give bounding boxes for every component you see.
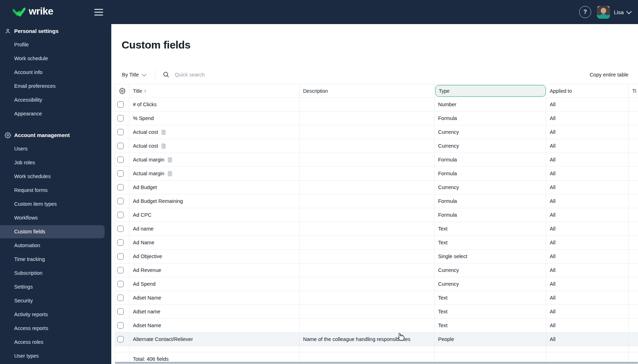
table-row[interactable]: Ad Spend Currency All [115, 277, 638, 291]
field-type-cell[interactable]: Formula [435, 194, 546, 208]
field-type-cell[interactable]: Currency [435, 139, 546, 153]
hamburger-menu-icon[interactable] [94, 8, 104, 16]
field-type-cell[interactable]: Formula [435, 112, 546, 125]
field-title-cell[interactable]: Alternate Contact/Reliever [129, 332, 300, 346]
row-checkbox[interactable] [117, 295, 124, 301]
sidebar-item-work-schedule[interactable]: Work schedule [0, 52, 111, 66]
field-type-cell[interactable]: Formula [435, 167, 546, 181]
table-row[interactable]: Actual margin Formula All [115, 153, 638, 167]
field-type-cell[interactable]: People [435, 332, 546, 346]
table-row[interactable]: Adset name Text All [115, 305, 638, 319]
table-row[interactable]: Adset Name Text All [115, 291, 638, 305]
field-description-cell[interactable] [300, 250, 435, 263]
horizontal-scrollbar[interactable] [115, 362, 638, 364]
wrike-logo[interactable]: wrike [13, 0, 53, 24]
field-description-cell[interactable] [300, 222, 435, 236]
field-description-cell[interactable] [300, 291, 435, 305]
table-row[interactable]: Actual margin Formula All [115, 167, 638, 181]
table-row[interactable]: Actual cost Currency All [115, 125, 638, 139]
sidebar-item-profile[interactable]: Profile [0, 38, 111, 52]
field-applied-to-cell[interactable]: All [546, 153, 629, 167]
copy-entire-table-button[interactable]: Copy entire table [589, 68, 628, 82]
field-applied-to-cell[interactable]: All [546, 332, 629, 346]
row-checkbox[interactable] [117, 253, 124, 260]
table-row[interactable]: Ad CPC Formula All [115, 208, 638, 222]
field-applied-to-cell[interactable]: All [546, 222, 629, 236]
field-description-cell[interactable] [300, 194, 435, 208]
row-checkbox[interactable] [117, 101, 124, 108]
field-title-cell[interactable]: Ad Budget [129, 181, 300, 194]
field-applied-to-cell[interactable]: All [546, 194, 629, 208]
table-settings-gear-button[interactable] [115, 84, 129, 98]
field-description-cell[interactable] [300, 153, 435, 167]
field-applied-to-cell[interactable]: All [546, 263, 629, 277]
field-description-cell[interactable] [300, 305, 435, 319]
field-applied-to-cell[interactable]: All [546, 181, 629, 194]
field-title-cell[interactable]: Actual cost [129, 139, 300, 153]
field-title-cell[interactable]: Adset Name [129, 319, 300, 332]
field-title-cell[interactable]: Ad Revenue [129, 263, 300, 277]
table-row[interactable]: Ad Revenue Currency All [115, 263, 638, 277]
sort-by-dropdown[interactable]: By Title [122, 68, 146, 82]
table-row[interactable]: # of Clicks Number All [115, 98, 638, 112]
row-checkbox[interactable] [117, 336, 124, 342]
row-checkbox[interactable] [117, 281, 124, 287]
sidebar-item-request-forms[interactable]: Request forms [0, 183, 111, 197]
row-checkbox[interactable] [117, 170, 124, 177]
field-description-cell[interactable]: Name of the colleague handling responsib… [300, 332, 435, 346]
sidebar-item-work-schedules[interactable]: Work schedules [0, 170, 111, 183]
field-description-cell[interactable] [300, 98, 435, 112]
field-type-cell[interactable]: Currency [435, 181, 546, 194]
field-title-cell[interactable]: Adset Name [129, 291, 300, 305]
row-checkbox[interactable] [117, 267, 124, 273]
field-title-cell[interactable]: Ad name [129, 222, 300, 236]
sidebar-item-custom-fields[interactable]: Custom fields [0, 225, 111, 239]
field-title-cell[interactable]: Actual margin [129, 153, 300, 167]
sidebar-item-security[interactable]: Security [0, 294, 111, 308]
sidebar-item-job-roles[interactable]: Job roles [0, 156, 111, 170]
field-title-cell[interactable]: Ad Objective [129, 250, 300, 263]
sidebar-item-subscription[interactable]: Subscription [0, 266, 111, 280]
field-applied-to-cell[interactable]: All [546, 277, 629, 291]
row-checkbox[interactable] [117, 212, 124, 218]
type-column-highlight[interactable]: Type [435, 85, 546, 97]
user-menu[interactable]: Lisa [614, 0, 631, 24]
column-header-partial[interactable]: Ti [629, 84, 638, 98]
table-row[interactable]: Alternate Contact/Reliever Name of the c… [115, 332, 638, 346]
field-description-cell[interactable] [300, 277, 435, 291]
field-description-cell[interactable] [300, 208, 435, 222]
field-applied-to-cell[interactable]: All [546, 305, 629, 319]
table-row[interactable]: Ad name Text All [115, 222, 638, 236]
table-row[interactable]: Ad Budget Currency All [115, 181, 638, 194]
field-description-cell[interactable] [300, 139, 435, 153]
field-type-cell[interactable]: Number [435, 98, 546, 112]
field-applied-to-cell[interactable]: All [546, 291, 629, 305]
row-checkbox[interactable] [117, 308, 124, 315]
field-description-cell[interactable] [300, 167, 435, 181]
row-checkbox[interactable] [117, 184, 124, 190]
row-checkbox[interactable] [117, 129, 124, 135]
row-checkbox[interactable] [117, 143, 124, 149]
row-checkbox[interactable] [117, 239, 124, 246]
field-description-cell[interactable] [300, 125, 435, 139]
column-header-title[interactable]: Title ↑ [129, 84, 300, 98]
field-applied-to-cell[interactable]: All [546, 167, 629, 181]
sidebar-item-custom-item-types[interactable]: Custom item types [0, 197, 111, 211]
table-row[interactable]: Actual cost Currency All [115, 139, 638, 153]
quick-search-input[interactable]: Quick search [163, 68, 340, 82]
help-button[interactable]: ? [579, 6, 591, 18]
field-applied-to-cell[interactable]: All [546, 125, 629, 139]
field-applied-to-cell[interactable]: All [546, 208, 629, 222]
field-title-cell[interactable]: Actual margin [129, 167, 300, 181]
sidebar-item-time-tracking[interactable]: Time tracking [0, 252, 111, 266]
avatar[interactable] [597, 6, 610, 19]
field-title-cell[interactable]: Ad Budget Remaining [129, 194, 300, 208]
table-row[interactable]: % Spend Formula All [115, 112, 638, 125]
row-checkbox[interactable] [117, 157, 124, 163]
field-title-cell[interactable]: # of Clicks [129, 98, 300, 112]
column-header-type[interactable]: Type [435, 84, 546, 98]
field-description-cell[interactable] [300, 319, 435, 332]
sidebar-item-automation[interactable]: Automation [0, 239, 111, 252]
sidebar-item-workflows[interactable]: Workflows [0, 211, 111, 225]
field-title-cell[interactable]: Ad CPC [129, 208, 300, 222]
